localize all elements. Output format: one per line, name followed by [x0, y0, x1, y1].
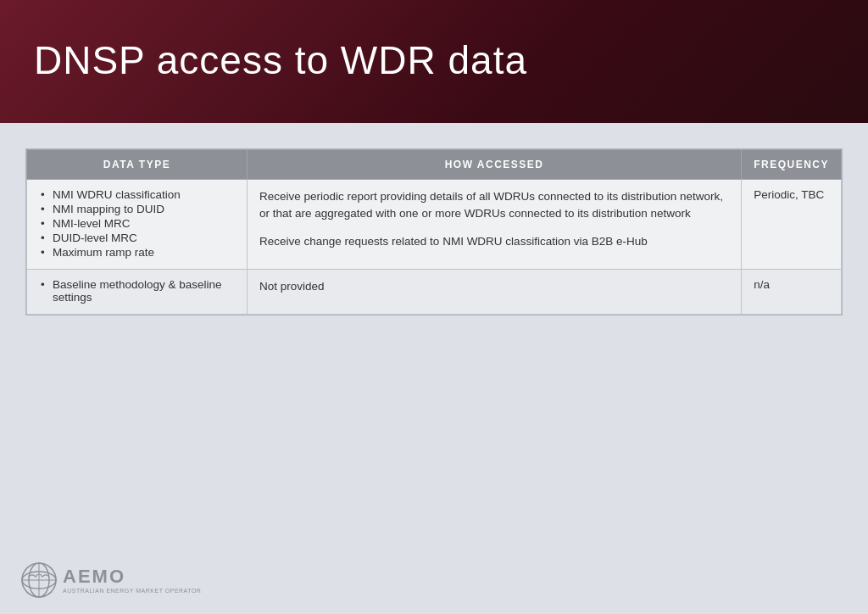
list-item: Maximum ramp rate: [39, 246, 235, 259]
table-row: NMI WDRU classification NMI mapping to D…: [27, 180, 842, 270]
col-header-frequency: FREQUENCY: [742, 150, 842, 180]
data-table: DATA TYPE HOW ACCESSED FREQUENCY NMI WDR…: [26, 149, 842, 315]
data-type-cell-1: NMI WDRU classification NMI mapping to D…: [27, 180, 248, 270]
frequency-cell-2: n/a: [742, 270, 842, 315]
footer: AEMO AUSTRALIAN ENERGY MARKET OPERATOR: [20, 561, 201, 599]
col-header-how-accessed: HOW ACCESSED: [248, 150, 742, 180]
logo-subtext: AUSTRALIAN ENERGY MARKET OPERATOR: [63, 588, 201, 594]
page-title: DNSP access to WDR data: [34, 37, 527, 83]
table-header: DATA TYPE HOW ACCESSED FREQUENCY: [27, 150, 842, 180]
how-accessed-cell-1: Receive periodic report providing detail…: [248, 180, 742, 270]
aemo-logo: AEMO AUSTRALIAN ENERGY MARKET OPERATOR: [20, 561, 201, 599]
col-header-data-type: DATA TYPE: [27, 150, 248, 180]
how-accessed-text: Not provided: [259, 278, 729, 295]
list-item: NMI-level MRC: [39, 217, 235, 230]
how-accessed-cell-2: Not provided: [248, 270, 742, 315]
list-item: NMI mapping to DUID: [39, 203, 235, 215]
how-accessed-text: Receive change requests related to NMI W…: [259, 233, 729, 250]
main-content: DATA TYPE HOW ACCESSED FREQUENCY NMI WDR…: [0, 123, 868, 341]
list-item: Baseline methodology & baseline settings: [39, 278, 235, 304]
list-item: NMI WDRU classification: [39, 188, 235, 201]
logo-aemo-text: AEMO: [63, 566, 201, 588]
list-item: DUID-level MRC: [39, 232, 235, 244]
data-table-wrapper: DATA TYPE HOW ACCESSED FREQUENCY NMI WDR…: [25, 148, 843, 315]
data-type-list-2: Baseline methodology & baseline settings: [39, 278, 235, 304]
table-body: NMI WDRU classification NMI mapping to D…: [27, 180, 842, 315]
data-type-list-1: NMI WDRU classification NMI mapping to D…: [39, 188, 235, 259]
frequency-cell-1: Periodic, TBC: [742, 180, 842, 270]
page-header: DNSP access to WDR data: [0, 0, 868, 123]
how-accessed-text: Receive periodic report providing detail…: [259, 188, 729, 223]
aemo-logo-icon: [20, 561, 58, 599]
logo-text: AEMO AUSTRALIAN ENERGY MARKET OPERATOR: [63, 566, 201, 594]
table-row: Baseline methodology & baseline settings…: [27, 270, 842, 315]
data-type-cell-2: Baseline methodology & baseline settings: [27, 270, 248, 315]
